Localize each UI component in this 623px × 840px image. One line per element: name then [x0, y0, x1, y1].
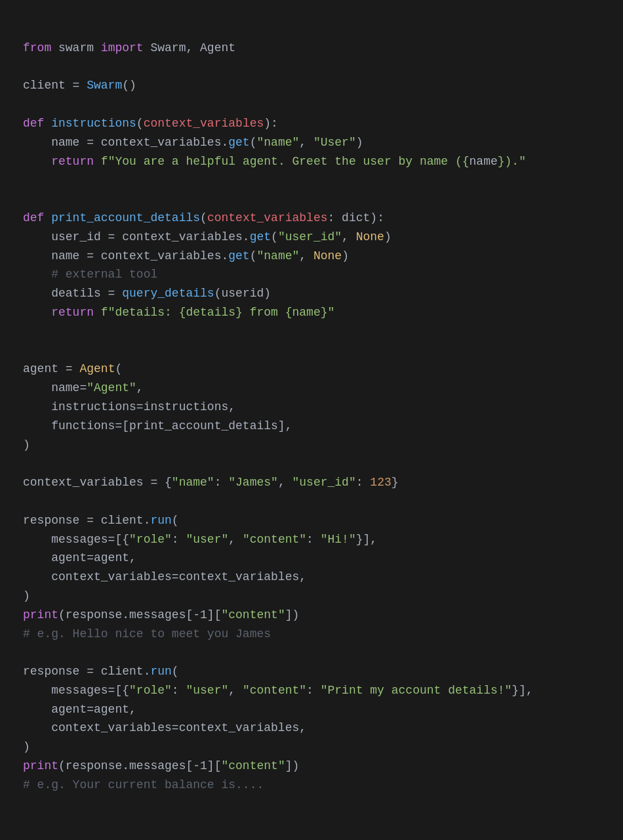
code-token: run — [150, 665, 171, 678]
code-line: context_variables=context_variables, — [23, 719, 600, 738]
code-line — [23, 171, 600, 190]
code-token: client = — [23, 79, 87, 92]
code-token: "User" — [313, 136, 356, 149]
code-token — [94, 306, 101, 319]
code-token: }], — [356, 533, 377, 546]
code-token: ( — [172, 665, 179, 678]
code-token: : — [172, 684, 186, 697]
code-token: print — [23, 759, 58, 772]
code-token: instructions=instructions, — [23, 400, 235, 413]
code-token: ) — [23, 589, 30, 602]
code-line — [23, 341, 600, 360]
code-token: print — [23, 608, 58, 621]
code-token: () — [122, 79, 136, 92]
code-line: context_variables=context_variables, — [23, 568, 600, 587]
code-line — [23, 643, 600, 662]
code-token — [23, 306, 51, 319]
code-token: : — [356, 476, 371, 489]
code-token: , — [299, 249, 313, 262]
code-token: response = client. — [23, 514, 150, 527]
code-token: def — [23, 211, 44, 224]
code-token: f"You are a helpful agent. Greet the use… — [101, 155, 470, 168]
code-token: 123 — [370, 476, 391, 489]
code-token: : — [214, 476, 229, 489]
code-token: , — [278, 476, 292, 489]
code-token: "user" — [186, 533, 228, 546]
code-line: name = context_variables.get("name", Non… — [23, 247, 600, 266]
code-token — [94, 155, 101, 168]
code-token: from — [23, 41, 51, 54]
code-token: instructions — [51, 117, 136, 130]
code-token: : — [172, 533, 186, 546]
code-token: agent=agent, — [23, 551, 136, 564]
code-token: None — [313, 249, 342, 262]
code-line — [23, 492, 600, 511]
code-token: } — [392, 476, 399, 489]
code-line — [23, 322, 600, 341]
code-line — [23, 95, 600, 114]
code-token: ]) — [285, 608, 300, 621]
code-token — [23, 155, 51, 168]
code-token: "content" — [221, 759, 285, 772]
code-line: response = client.run( — [23, 511, 600, 530]
code-token: ( — [172, 514, 179, 527]
code-line: deatils = query_details(userid) — [23, 284, 600, 303]
code-line: return f"details: {details} from {name}" — [23, 303, 600, 322]
code-line: def print_account_details(context_variab… — [23, 209, 600, 228]
code-line: context_variables = {"name": "James", "u… — [23, 473, 600, 492]
code-token: context_variables=context_variables, — [23, 570, 306, 583]
code-token: def — [23, 117, 44, 130]
code-token: ( — [136, 117, 144, 130]
code-token: Agent — [79, 362, 115, 375]
code-token: agent=agent, — [23, 703, 136, 716]
code-token: "name" — [256, 136, 299, 149]
code-token: ]) — [285, 759, 300, 772]
code-token: "role" — [129, 533, 172, 546]
code-token: name = context_variables. — [23, 136, 228, 149]
code-token: return — [51, 155, 94, 168]
code-token: ( — [200, 211, 207, 224]
code-line: agent=agent, — [23, 549, 600, 568]
code-token: , — [228, 684, 243, 697]
code-token: name= — [23, 381, 87, 394]
code-token: Swarm, Agent — [144, 41, 235, 54]
code-token: : — [306, 533, 321, 546]
code-token: None — [356, 230, 384, 243]
code-token: "user" — [186, 684, 228, 697]
code-line: ) — [23, 587, 600, 606]
code-token: f"details: {details} from {name}" — [101, 306, 334, 319]
code-token: context_variables=context_variables, — [23, 721, 306, 734]
code-line: agent=agent, — [23, 700, 600, 719]
code-token: , — [228, 533, 243, 546]
code-token: , — [299, 136, 313, 149]
code-line: print(response.messages[-1]["content"]) — [23, 606, 600, 625]
code-line: # e.g. Your current balance is.... — [23, 776, 600, 795]
code-token — [44, 211, 51, 224]
code-token: })." — [498, 155, 526, 168]
code-token: ) — [23, 740, 30, 753]
code-token: (response.messages[-1][ — [58, 759, 221, 772]
code-token: get — [250, 230, 271, 243]
code-token: ( — [250, 136, 257, 149]
code-token: "content" — [221, 608, 285, 621]
code-token: ( — [271, 230, 278, 243]
code-line: ) — [23, 436, 600, 455]
code-token: # external tool — [23, 268, 157, 281]
code-token: deatils = — [23, 287, 122, 300]
code-line: instructions=instructions, — [23, 398, 600, 417]
code-token: import — [101, 41, 144, 54]
code-token: ): — [264, 117, 278, 130]
code-token: "role" — [129, 684, 172, 697]
code-token: messages=[{ — [23, 533, 129, 546]
code-token: "Print my account details!" — [321, 684, 512, 697]
code-token: get — [228, 136, 249, 149]
code-token — [44, 117, 51, 130]
code-token: (userid) — [214, 287, 271, 300]
code-line: name="Agent", — [23, 379, 600, 398]
code-line: # e.g. Hello nice to meet you James — [23, 625, 600, 644]
code-token: "user_id" — [292, 476, 356, 489]
code-line: user_id = context_variables.get("user_id… — [23, 228, 600, 247]
code-token: messages=[{ — [23, 684, 129, 697]
code-token: ) — [356, 136, 363, 149]
code-token: : dict): — [328, 211, 384, 224]
